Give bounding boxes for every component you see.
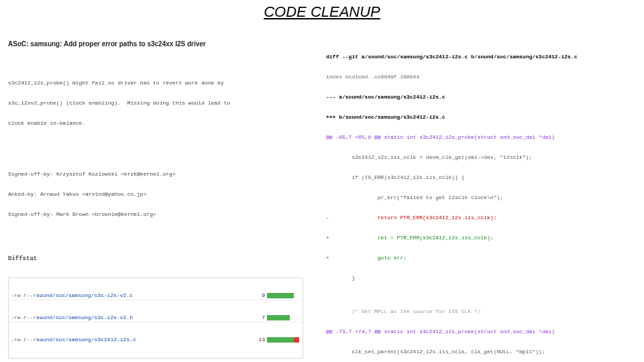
signed-off: Signed-off-by: Krzysztof Kozlowski <krzk… bbox=[8, 158, 317, 231]
file-perm: -rw-r--r-- bbox=[11, 292, 36, 299]
file-perm: -rw-r--r-- bbox=[11, 337, 36, 343]
file-perm: -rw-r--r-- bbox=[11, 314, 36, 321]
diff-add: + goto err; bbox=[326, 255, 635, 261]
diff-cmd: diff --git a/sound/soc/samsung/s3c2412-i… bbox=[326, 54, 635, 60]
diff-ctx: s3c2412_i2s.iis_cclk = devm_clk_get(dai-… bbox=[326, 154, 635, 161]
diff-minus-file: --- a/sound/soc/samsung/s3c2412-i2s.c bbox=[326, 94, 635, 101]
page-title: CODE CLEANUP bbox=[264, 3, 380, 21]
signed-line: Acked-by: Arnaud Yakuv <arvind@yahoo.co.… bbox=[8, 191, 317, 198]
diff-del: - return PTR_ERR(s3c2412_i2s.iis_cclk); bbox=[326, 215, 635, 221]
diff-ctx: if (IS_ERR(s3c2412_i2s.iis_cclk)) { bbox=[326, 174, 635, 181]
diff-index: index bcd1cbd..cc0640f 100644 bbox=[326, 74, 635, 80]
commit-subject: ASoC: samsung: Add proper error paths to… bbox=[8, 40, 317, 49]
diffstat-row: -rw-r--r-- sound/soc/samsung/s3c-i2s-v2.… bbox=[9, 292, 303, 300]
right-column: diff --git a/sound/soc/samsung/s3c2412-i… bbox=[326, 27, 635, 362]
diffstat-table: -rw-r--r-- sound/soc/samsung/s3c-i2s-v2.… bbox=[8, 278, 303, 359]
diffstat-row: -rw-r--r-- sound/soc/samsung/s3c2412-i2s… bbox=[9, 336, 303, 345]
commit-body: s3c2412_i2s_probe() might fail so driver… bbox=[8, 66, 317, 140]
diff-ctx: pr_err("failed to get i2sclk clock\n"); bbox=[326, 194, 635, 201]
left-column: ASoC: samsung: Add proper error paths to… bbox=[8, 27, 317, 362]
diff-hunk: @@ -73,7 +74,7 @@ static int s3c2412_i2s… bbox=[326, 328, 635, 335]
file-name[interactable]: sound/soc/samsung/s3c2412-i2s.c bbox=[36, 337, 256, 343]
change-bar bbox=[267, 293, 301, 298]
signed-line: Signed-off-by: Mark Brown <broonie@kerne… bbox=[8, 211, 317, 218]
diff-ctx: } bbox=[326, 275, 635, 282]
diff-add: + ret = PTR_ERR(s3c2412_i2s.iis_cclk); bbox=[326, 235, 635, 241]
commit-body-line: s3c_i2sv2_probe() (clock enabling). Miss… bbox=[8, 100, 317, 107]
change-bar bbox=[267, 315, 301, 320]
change-count: 13 bbox=[256, 337, 265, 343]
file-name[interactable]: sound/soc/samsung/s3c-i2s-v2.h bbox=[36, 314, 256, 321]
change-bar bbox=[267, 337, 301, 343]
commit-body-line: s3c2412_i2s_probe() might fail so driver… bbox=[8, 80, 317, 86]
diff-block-3: diff --git a/sound/soc/samsung/s3c2412-i… bbox=[326, 40, 635, 362]
file-name[interactable]: sound/soc/samsung/s3c-i2s-v2.c bbox=[36, 292, 256, 299]
signed-line: Signed-off-by: Krzysztof Kozlowski <krzk… bbox=[8, 171, 317, 178]
change-count: 7 bbox=[256, 314, 265, 321]
diffstat-row: -rw-r--r-- sound/soc/samsung/s3c-i2s-v2.… bbox=[9, 314, 303, 322]
diff-ctx: clk_set_parent(s3c2412_i2s.iis_cclk, clk… bbox=[326, 349, 635, 355]
commit-body-line: clock enable in-balance. bbox=[8, 120, 317, 127]
diffstat-label: Diffstat bbox=[8, 255, 317, 263]
diff-ctx: /* Set MPLL as the source for IIS CLK */ bbox=[326, 308, 635, 315]
diff-plus-file: +++ b/sound/soc/samsung/s3c2412-i2s.c bbox=[326, 114, 635, 121]
diff-hunk: @@ -65,7 +65,8 @@ static int s3c2412_i2s… bbox=[326, 134, 635, 141]
change-count: 9 bbox=[256, 292, 265, 299]
